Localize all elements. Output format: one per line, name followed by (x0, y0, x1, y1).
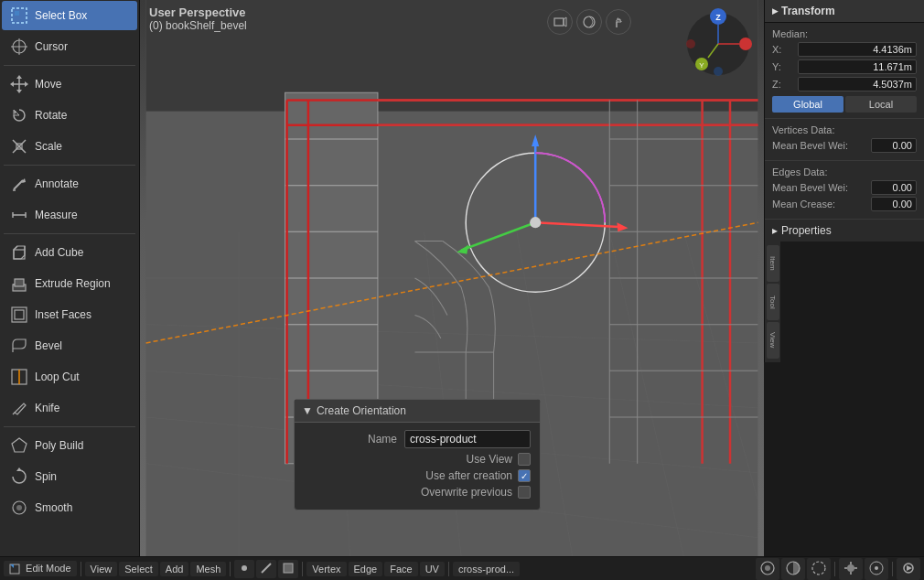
spin-icon (9, 467, 29, 487)
app: Select Box Cursor Move Rotate (0, 0, 924, 580)
viewport[interactable]: User Perspective (0) bookShelf_bevel (140, 0, 764, 556)
tool-inset-faces-label: Inset Faces (35, 308, 91, 321)
mesh-menu[interactable]: Mesh (190, 562, 226, 576)
poly-build-icon (9, 435, 29, 456)
mean-bevel-edges-row: Mean Bevel Wei: 0.00 (772, 180, 917, 195)
y-row: Y: 11.671m (772, 59, 917, 74)
tool-scale[interactable]: Scale (2, 132, 137, 161)
status-bar: Edit Mode View Select Add Mesh Vertex Ed… (0, 556, 924, 580)
shading-icon[interactable] (781, 558, 805, 580)
tool-select-box[interactable]: Select Box (2, 1, 137, 30)
x-value[interactable]: 4.4136m (798, 42, 917, 57)
tool-poly-build[interactable]: Poly Build (2, 431, 137, 460)
svg-text:Z: Z (715, 13, 721, 22)
name-input[interactable] (404, 430, 531, 448)
tool-move[interactable]: Move (2, 70, 137, 99)
use-after-creation-checkbox[interactable] (518, 469, 531, 482)
hand-nav-btn[interactable] (606, 9, 631, 35)
use-view-checkbox[interactable] (518, 453, 531, 466)
edge-mode-btn[interactable] (256, 560, 276, 578)
edge-menu[interactable]: Edge (349, 562, 383, 576)
view-menu[interactable]: View (85, 562, 118, 576)
svg-line-24 (14, 246, 17, 250)
viewport-nav-btn[interactable] (576, 9, 602, 35)
orientation-dropdown[interactable]: cross-prod... (453, 562, 520, 576)
svg-point-76 (242, 565, 247, 571)
svg-marker-10 (25, 81, 28, 87)
tool-extrude-region[interactable]: Extrude Region (2, 269, 137, 298)
svg-point-37 (16, 505, 22, 510)
bevel-icon (9, 336, 29, 356)
median-label: Median: (772, 28, 917, 39)
select-box-icon (9, 5, 29, 26)
coord-space-buttons: Global Local (772, 96, 917, 113)
snap-icon[interactable] (839, 558, 863, 580)
edit-mode-dropdown[interactable]: Edit Mode (4, 561, 77, 576)
tool-cursor[interactable]: Cursor (2, 32, 137, 61)
tool-measure[interactable]: Measure (2, 200, 137, 230)
tool-cursor-label: Cursor (35, 40, 68, 53)
sep-6 (892, 562, 893, 576)
tool-inset-faces[interactable]: Inset Faces (2, 300, 137, 329)
svg-marker-7 (16, 75, 22, 79)
edges-data-label: Edges Data: (772, 166, 917, 177)
right-strip: Item Tool View (764, 242, 780, 362)
tool-loop-cut[interactable]: Loop Cut (2, 362, 137, 392)
y-value[interactable]: 11.671m (798, 59, 917, 74)
svg-marker-9 (10, 81, 14, 87)
transform-title: Transform (781, 5, 835, 17)
tool-tab[interactable]: Tool (767, 284, 779, 320)
overwrite-previous-row: Overwrite previous (304, 486, 531, 499)
tool-spin[interactable]: Spin (2, 462, 137, 491)
mean-bevel-edges-value[interactable]: 0.00 (871, 180, 917, 195)
uv-menu[interactable]: UV (420, 562, 445, 576)
tool-knife[interactable]: Knife (2, 393, 137, 423)
create-orientation-panel: ▼ Create Orientation Name Use View (294, 399, 541, 510)
svg-point-83 (847, 564, 854, 572)
mean-bevel-vertices-row: Mean Bevel Wei: 0.00 (772, 138, 917, 153)
vertex-menu[interactable]: Vertex (306, 562, 346, 576)
item-tab[interactable]: Item (767, 245, 779, 282)
face-menu[interactable]: Face (384, 562, 417, 576)
tool-smooth[interactable]: Smooth (2, 493, 137, 522)
create-orientation-header[interactable]: ▼ Create Orientation (295, 400, 540, 423)
right-side: ▸ Transform Median: X: 4.4136m Y: 11.671… (764, 0, 924, 556)
divider-1 (4, 65, 135, 66)
view-tab[interactable]: View (767, 322, 779, 359)
z-value[interactable]: 4.5037m (798, 77, 917, 91)
svg-marker-34 (12, 438, 27, 452)
name-row: Name (304, 430, 531, 448)
camera-nav-btn[interactable] (547, 9, 573, 35)
local-btn[interactable]: Local (845, 96, 917, 113)
mean-crease-value[interactable]: 0.00 (871, 197, 917, 211)
xray-icon[interactable] (807, 558, 831, 580)
properties-header[interactable]: ▸ Properties (765, 220, 924, 242)
right-panel: ▸ Transform Median: X: 4.4136m Y: 11.671… (764, 0, 924, 242)
overlay-icon[interactable] (756, 558, 779, 580)
proportional-icon[interactable] (865, 558, 888, 580)
vertex-mode-btn[interactable] (234, 560, 254, 578)
svg-point-82 (812, 562, 825, 575)
divider-2 (4, 165, 135, 166)
mean-bevel-vertices-value[interactable]: 0.00 (871, 138, 917, 153)
tool-add-cube[interactable]: Add Cube (2, 238, 137, 267)
tool-bevel-label: Bevel (35, 339, 62, 352)
axis-gizmo[interactable]: Z Y (682, 7, 755, 81)
tool-extrude-region-label: Extrude Region (35, 277, 111, 290)
tool-bevel[interactable]: Bevel (2, 331, 137, 360)
overwrite-previous-label: Overwrite previous (421, 486, 512, 499)
transform-arrow: ▸ (772, 5, 778, 17)
toolbar: Select Box Cursor Move Rotate (0, 0, 140, 556)
select-menu[interactable]: Select (119, 562, 158, 576)
add-menu[interactable]: Add (160, 562, 189, 576)
edit-mode-label: Edit Mode (26, 563, 71, 574)
tool-annotate[interactable]: Annotate (2, 169, 137, 199)
face-mode-btn[interactable] (278, 560, 298, 578)
sep-2 (230, 562, 231, 576)
render-icon[interactable] (897, 558, 920, 580)
tool-rotate[interactable]: Rotate (2, 101, 137, 130)
overwrite-previous-checkbox[interactable] (518, 486, 531, 499)
svg-rect-1 (15, 11, 19, 16)
tool-move-label: Move (35, 78, 61, 91)
global-btn[interactable]: Global (772, 96, 843, 113)
